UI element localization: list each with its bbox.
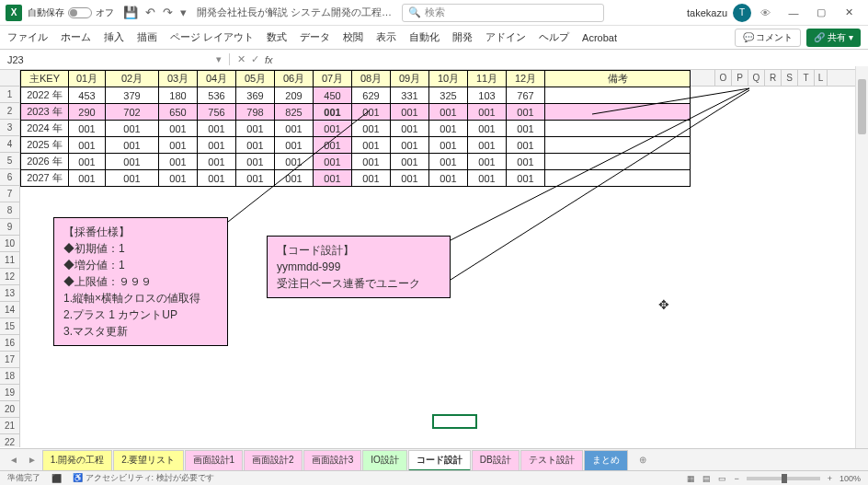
note-code-design[interactable]: 【コード設計】 yymmdd-999 受注日ベース連番でユニーク <box>267 236 451 298</box>
data-cell[interactable]: 001 <box>314 154 352 170</box>
column-header[interactable]: R <box>765 70 782 86</box>
data-cell[interactable]: 103 <box>468 87 507 104</box>
search-input[interactable]: 🔍 検索 <box>402 4 604 22</box>
save-icon[interactable]: 💾 <box>123 6 138 19</box>
data-cell[interactable]: 001 <box>507 104 545 121</box>
sheet-tab[interactable]: 2.要望リスト <box>113 450 183 471</box>
data-cell[interactable]: 290 <box>69 104 106 121</box>
tab-file[interactable]: ファイル <box>7 30 48 44</box>
data-cell[interactable]: 001 <box>69 170 106 187</box>
view-normal-icon[interactable]: ▦ <box>687 474 695 483</box>
accessibility-status[interactable]: ♿ アクセシビリティ: 検討が必要です <box>73 472 214 484</box>
name-box[interactable]: J23 ▾ <box>0 53 230 65</box>
data-cell[interactable]: 001 <box>507 121 545 137</box>
data-cell[interactable]: 001 <box>159 121 198 137</box>
data-cell[interactable]: 629 <box>352 87 391 104</box>
remarks-cell[interactable] <box>545 170 691 187</box>
remarks-cell[interactable] <box>545 137 691 154</box>
data-cell[interactable]: 001 <box>468 137 507 154</box>
data-cell[interactable]: 001 <box>198 170 236 187</box>
data-cell[interactable]: 001 <box>468 121 507 137</box>
row-header[interactable]: 7 <box>0 186 20 202</box>
tab-help[interactable]: ヘルプ <box>539 30 569 44</box>
row-header[interactable]: 1 <box>0 87 20 103</box>
data-cell[interactable]: 001 <box>314 170 352 187</box>
data-cell[interactable]: 001 <box>159 137 198 154</box>
row-header[interactable]: 3 <box>0 120 20 136</box>
zoom-slider[interactable] <box>747 477 820 480</box>
data-cell[interactable]: 001 <box>69 137 106 154</box>
data-cell[interactable]: 001 <box>106 121 159 137</box>
sheet-tab[interactable]: 画面設計2 <box>244 450 303 471</box>
row-header[interactable]: 22 <box>0 434 20 447</box>
data-cell[interactable]: 001 <box>198 121 236 137</box>
tab-data[interactable]: データ <box>300 30 330 44</box>
tab-insert[interactable]: 挿入 <box>104 30 124 44</box>
row-header[interactable]: 8 <box>0 202 20 219</box>
row-header[interactable]: 18 <box>0 368 20 385</box>
sheet-tab[interactable]: テスト設計 <box>520 450 583 471</box>
fx-icon[interactable]: fx <box>265 54 273 65</box>
tab-automate[interactable]: 自動化 <box>409 30 440 44</box>
data-cell[interactable]: 650 <box>159 104 198 121</box>
data-cell[interactable]: 536 <box>198 87 236 104</box>
data-cell[interactable]: 001 <box>429 170 468 187</box>
view-pagelayout-icon[interactable]: ▤ <box>702 474 711 483</box>
row-header[interactable]: 16 <box>0 335 20 352</box>
row-header[interactable]: 2 <box>0 103 20 120</box>
chevron-down-icon[interactable]: ▾ <box>216 53 222 65</box>
data-cell[interactable]: 001 <box>507 154 545 170</box>
row-header[interactable]: 4 <box>0 136 20 153</box>
column-header[interactable]: S <box>782 70 798 86</box>
remarks-cell[interactable] <box>545 154 691 170</box>
data-cell[interactable]: 001 <box>106 170 159 187</box>
sheet-tab[interactable]: DB設計 <box>472 450 520 471</box>
select-all-corner[interactable] <box>0 70 20 86</box>
data-cell[interactable]: 001 <box>391 137 429 154</box>
data-cell[interactable]: 001 <box>69 154 106 170</box>
data-cell[interactable]: 001 <box>391 154 429 170</box>
data-cell[interactable]: 001 <box>507 137 545 154</box>
data-cell[interactable]: 325 <box>429 87 468 104</box>
row-header[interactable]: 20 <box>0 401 20 418</box>
data-cell[interactable]: 001 <box>429 104 468 121</box>
data-cell[interactable]: 702 <box>106 104 159 121</box>
view-pagebreak-icon[interactable]: ▭ <box>718 474 726 483</box>
avatar[interactable]: T <box>733 4 751 22</box>
data-cell[interactable]: 001 <box>314 137 352 154</box>
row-header[interactable]: 12 <box>0 269 20 285</box>
redo-icon[interactable]: ↷ <box>163 6 173 19</box>
row-header[interactable]: 17 <box>0 352 20 368</box>
data-cell[interactable]: 001 <box>236 170 275 187</box>
row-header[interactable]: 6 <box>0 169 20 186</box>
remarks-cell[interactable] <box>545 104 691 121</box>
sheet-nav-prev[interactable]: ◄ <box>6 455 22 465</box>
sheet-tab[interactable]: IO設計 <box>362 450 407 471</box>
column-header[interactable]: L <box>815 70 828 86</box>
data-cell[interactable]: 001 <box>352 170 391 187</box>
autosave-toggle[interactable]: 自動保存 オフ <box>28 6 114 19</box>
tab-developer[interactable]: 開発 <box>452 30 473 44</box>
data-cell[interactable]: 331 <box>391 87 429 104</box>
column-header[interactable]: O <box>715 70 732 86</box>
data-cell[interactable]: 379 <box>106 87 159 104</box>
minimize-button[interactable]: — <box>780 3 807 23</box>
cancel-icon[interactable]: ✕ <box>237 53 246 65</box>
data-cell[interactable]: 001 <box>198 154 236 170</box>
data-cell[interactable]: 001 <box>468 170 507 187</box>
tab-draw[interactable]: 描画 <box>137 30 157 44</box>
data-cell[interactable]: 001 <box>507 170 545 187</box>
data-cell[interactable]: 001 <box>106 137 159 154</box>
data-cell[interactable]: 001 <box>159 170 198 187</box>
row-header[interactable]: 21 <box>0 418 20 434</box>
spreadsheet-grid[interactable]: ABCDEFGHIJKLMNOPQRSTL 123456789101112131… <box>0 70 868 447</box>
data-cell[interactable]: 767 <box>507 87 545 104</box>
sheet-tab[interactable]: 画面設計1 <box>185 450 244 471</box>
row-header[interactable]: 9 <box>0 219 20 236</box>
comments-button[interactable]: 💬 コメント <box>735 29 802 47</box>
zoom-level[interactable]: 100% <box>839 474 861 483</box>
sheet-tab[interactable]: まとめ <box>584 450 628 471</box>
data-cell[interactable]: 001 <box>236 154 275 170</box>
column-header[interactable]: P <box>732 70 748 86</box>
undo-icon[interactable]: ↶ <box>145 6 155 19</box>
